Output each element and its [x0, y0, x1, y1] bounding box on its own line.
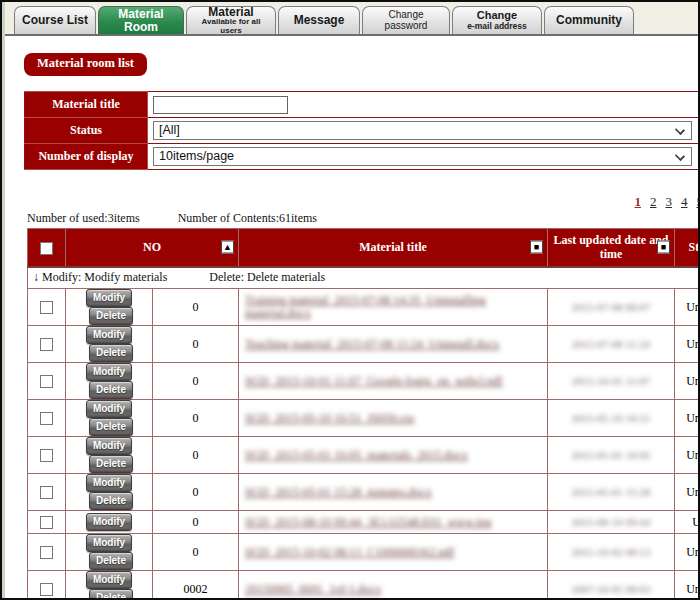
row-checkbox[interactable] — [40, 412, 53, 425]
header-status: Status — [675, 229, 700, 267]
row-no: 0 — [153, 326, 239, 363]
delete-button[interactable]: Delete — [89, 552, 133, 570]
row-actions: ModifyDelete — [66, 437, 153, 474]
display-count-label: Number of display — [25, 144, 148, 170]
status-cell: Used — [675, 511, 700, 534]
delete-button[interactable]: Delete — [89, 307, 133, 325]
updated-date: 2015-08-10 09:44 — [571, 516, 650, 528]
row-no: 0 — [153, 289, 239, 326]
select-all-checkbox[interactable] — [40, 242, 53, 255]
row-checkbox[interactable] — [40, 301, 53, 314]
row-no: 0 — [153, 474, 239, 511]
table-row: ModifyDelete 0 SGD_2015-05-01 16:05_mate… — [28, 437, 700, 474]
row-actions: ModifyDelete — [66, 474, 153, 511]
row-no: 0002 — [153, 571, 239, 600]
tab-change-email[interactable]: Changee-mail address — [452, 6, 542, 34]
status-select-value: [All] — [159, 123, 180, 137]
row-checkbox[interactable] — [40, 338, 53, 351]
tab-sublabel: Available for all users — [193, 18, 269, 35]
contents-count: Number of Contents:61items — [178, 211, 317, 225]
sort-asc-icon[interactable]: ▲ — [221, 241, 234, 254]
delete-legend: Delete: Delete materials — [209, 270, 325, 284]
header-updated-label: Last updated date and time — [553, 233, 668, 261]
tab-sublabel: e-mail address — [467, 22, 527, 31]
row-checkbox[interactable] — [40, 583, 53, 596]
chevron-down-icon — [675, 125, 685, 135]
material-title-link[interactable]: 20150905_0691_1of-1.docx — [245, 583, 541, 596]
header-status-label: Status — [688, 240, 700, 254]
page-number-5[interactable]: 5 — [697, 194, 700, 209]
row-actions: ModifyDelete — [66, 571, 153, 600]
delete-button[interactable]: Delete — [89, 492, 133, 510]
row-actions: ModifyDelete — [66, 363, 153, 400]
material-title-label: Material title — [25, 92, 148, 118]
table-row: ModifyDelete 0 SGD_2015-05-10 16:51_JS05… — [28, 400, 700, 437]
status-select[interactable]: [All] — [153, 121, 692, 140]
table-row: ModifyDelete 0 Teaching material_2015-07… — [28, 326, 700, 363]
updated-date: 2015-07-08 00:07 — [571, 301, 650, 313]
modify-button[interactable]: Modify — [86, 437, 132, 455]
modify-button[interactable]: Modify — [86, 400, 132, 418]
material-title-link[interactable]: SGD_2015-10-02 08:13_C1000000362.pdf — [245, 546, 541, 559]
material-list-table: NO ▲ Material title ■ Last updated date … — [27, 228, 700, 600]
delete-button[interactable]: Delete — [89, 344, 133, 362]
material-title-link[interactable]: Teaching material_2015-07-08 11:24_Unins… — [245, 338, 541, 351]
modify-button[interactable]: Modify — [86, 571, 132, 589]
material-title-link[interactable]: SGD_2015-05-01 15:28_minutes.docx — [245, 486, 541, 499]
material-title-link[interactable]: SGD_2015-05-10 16:51_JS050.css — [245, 412, 541, 425]
page-number-1[interactable]: 1 — [635, 194, 642, 209]
delete-button[interactable]: Delete — [89, 418, 133, 436]
updated-date: 2007-10-05 00:03 — [571, 583, 650, 595]
row-checkbox[interactable] — [40, 546, 53, 559]
row-actions: Modify — [66, 511, 153, 534]
chevron-down-icon — [675, 151, 685, 161]
delete-button[interactable]: Delete — [89, 589, 133, 600]
tab-message[interactable]: Message — [278, 6, 360, 34]
modify-button[interactable]: Modify — [86, 326, 132, 344]
tab-change-password[interactable]: Change password — [362, 6, 450, 34]
tab-bar: Course List Material Room MaterialAvaila… — [2, 2, 698, 36]
page-number-3[interactable]: 3 — [666, 194, 673, 209]
used-count: Number of used:3items — [27, 211, 140, 225]
tab-material[interactable]: MaterialAvailable for all users — [186, 6, 276, 34]
material-title-link[interactable]: SGD_2015-05-01 16:05_materials_2015.docx — [245, 449, 541, 462]
modify-button[interactable]: Modify — [86, 474, 132, 492]
row-checkbox[interactable] — [40, 449, 53, 462]
page-number-2[interactable]: 2 — [650, 194, 657, 209]
tab-label: Change password — [369, 10, 443, 31]
material-title-link[interactable]: Training material_2015-07-08 14:35_Unins… — [245, 294, 541, 320]
row-checkbox[interactable] — [40, 486, 53, 499]
tab-label: Message — [294, 14, 345, 27]
table-row: ModifyDelete 0 Training material_2015-07… — [28, 289, 700, 326]
row-no: 0 — [153, 400, 239, 437]
row-no: 0 — [153, 534, 239, 571]
table-row: ModifyDelete 0 SGD_2015-05-01 15:28_minu… — [28, 474, 700, 511]
status-cell: Unused — [675, 534, 700, 571]
row-checkbox[interactable] — [40, 516, 53, 529]
delete-button[interactable]: Delete — [89, 455, 133, 473]
sort-icon[interactable]: ■ — [657, 241, 670, 254]
tab-community[interactable]: Community — [544, 6, 634, 34]
modify-button[interactable]: Modify — [86, 534, 132, 552]
tab-course-list[interactable]: Course List — [14, 6, 96, 34]
sort-icon[interactable]: ■ — [530, 241, 543, 254]
modify-button[interactable]: Modify — [86, 363, 132, 381]
page: Course List Material Room MaterialAvaila… — [0, 0, 700, 600]
row-no: 0 — [153, 437, 239, 474]
modify-button[interactable]: Modify — [86, 289, 132, 307]
status-cell: Unused — [675, 289, 700, 326]
material-title-link[interactable]: SGD_2015-08-10 09:44_3E1A5548.E01_www.jp… — [245, 516, 541, 529]
row-checkbox[interactable] — [40, 375, 53, 388]
header-checkbox-cell — [28, 229, 66, 267]
tab-material-room[interactable]: Material Room — [98, 6, 184, 34]
material-title-link[interactable]: SGD_2015-10-01 11:07_Google-login_on_web… — [245, 375, 541, 388]
page-number-4[interactable]: 4 — [681, 194, 688, 209]
tab-label: Course List — [22, 14, 88, 27]
row-actions: ModifyDelete — [66, 400, 153, 437]
modify-button[interactable]: Modify — [86, 513, 132, 531]
delete-button[interactable]: Delete — [89, 381, 133, 399]
tab-label: Material Room — [105, 8, 177, 33]
status-cell: Unused — [675, 474, 700, 511]
material-title-input[interactable] — [153, 96, 288, 114]
display-count-select[interactable]: 10items/page — [153, 147, 692, 166]
